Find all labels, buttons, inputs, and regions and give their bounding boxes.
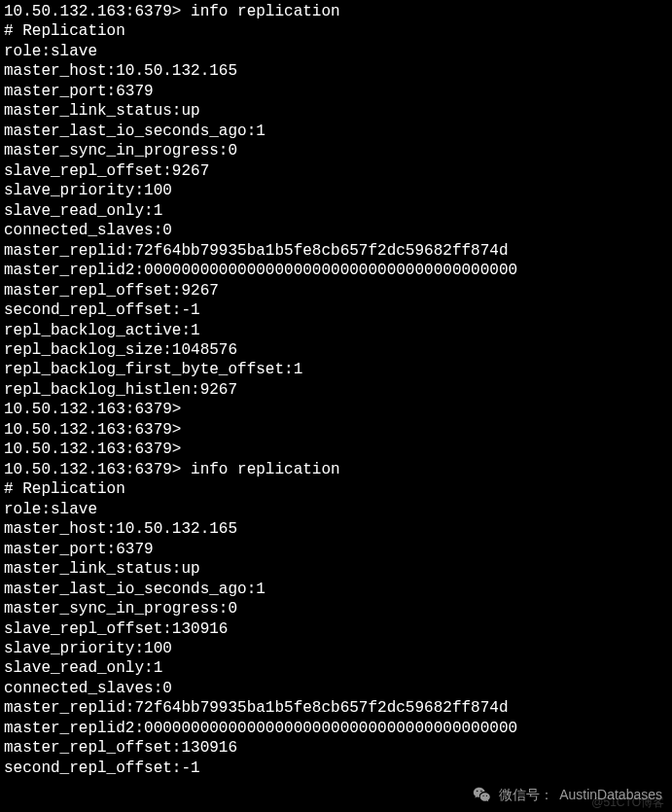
terminal-line: # Replication bbox=[4, 479, 668, 499]
terminal-line: repl_backlog_histlen:9267 bbox=[4, 380, 668, 400]
terminal-line: master_host:10.50.132.165 bbox=[4, 519, 668, 539]
terminal-line: connected_slaves:0 bbox=[4, 221, 668, 240]
terminal-line: 10.50.132.163:6379> bbox=[4, 400, 668, 419]
terminal-line: master_port:6379 bbox=[4, 540, 668, 559]
terminal-line: slave_priority:100 bbox=[4, 639, 668, 658]
terminal-line: master_replid2:0000000000000000000000000… bbox=[4, 261, 668, 280]
terminal-line: master_replid:72f64bb79935ba1b5fe8cb657f… bbox=[4, 241, 668, 261]
terminal-line: repl_backlog_first_byte_offset:1 bbox=[4, 360, 668, 379]
terminal-line: master_sync_in_progress:0 bbox=[4, 599, 668, 618]
wechat-icon bbox=[472, 785, 493, 806]
terminal-line: slave_repl_offset:130916 bbox=[4, 619, 668, 639]
terminal-line: 10.50.132.163:6379> bbox=[4, 420, 668, 440]
terminal-line: master_last_io_seconds_ago:1 bbox=[4, 122, 668, 141]
terminal-line: master_host:10.50.132.165 bbox=[4, 61, 668, 81]
terminal-line: master_link_status:up bbox=[4, 559, 668, 579]
blog-watermark: @51CTO博客 bbox=[591, 795, 664, 810]
terminal-line: master_repl_offset:9267 bbox=[4, 281, 668, 300]
terminal-line: master_link_status:up bbox=[4, 101, 668, 121]
terminal-line: master_sync_in_progress:0 bbox=[4, 141, 668, 160]
terminal-line: repl_backlog_active:1 bbox=[4, 321, 668, 340]
terminal-line: master_last_io_seconds_ago:1 bbox=[4, 580, 668, 599]
terminal-line: role:slave bbox=[4, 500, 668, 519]
terminal-line: master_replid:72f64bb79935ba1b5fe8cb657f… bbox=[4, 698, 668, 718]
terminal-line: master_repl_offset:130916 bbox=[4, 738, 668, 758]
terminal-line: slave_read_only:1 bbox=[4, 201, 668, 221]
terminal-line: second_repl_offset:-1 bbox=[4, 759, 668, 778]
terminal-line: 10.50.132.163:6379> info replication bbox=[4, 460, 668, 479]
terminal-line: slave_repl_offset:9267 bbox=[4, 161, 668, 181]
terminal-line: second_repl_offset:-1 bbox=[4, 300, 668, 320]
terminal-line: repl_backlog_size:1048576 bbox=[4, 340, 668, 360]
terminal-line: 10.50.132.163:6379> info replication bbox=[4, 2, 668, 21]
terminal-line: slave_read_only:1 bbox=[4, 658, 668, 678]
terminal-line: connected_slaves:0 bbox=[4, 679, 668, 698]
terminal-line: slave_priority:100 bbox=[4, 181, 668, 200]
terminal-line: master_port:6379 bbox=[4, 82, 668, 101]
terminal-output: 10.50.132.163:6379> info replication# Re… bbox=[4, 2, 668, 778]
terminal-line: role:slave bbox=[4, 42, 668, 61]
watermark-label: 微信号： bbox=[499, 787, 553, 804]
terminal-line: master_replid2:0000000000000000000000000… bbox=[4, 719, 668, 738]
terminal-line: # Replication bbox=[4, 21, 668, 41]
terminal-line: 10.50.132.163:6379> bbox=[4, 440, 668, 459]
